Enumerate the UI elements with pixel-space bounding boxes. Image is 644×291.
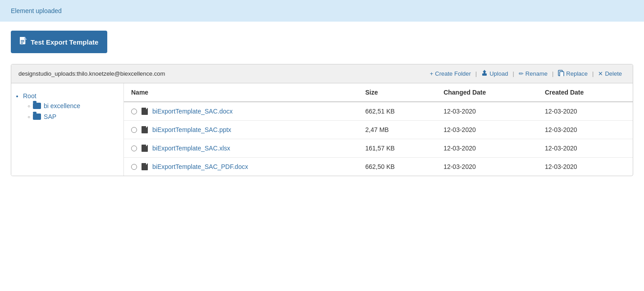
table-row: biExportTemplate_SAC.docx 662,51 KB 12-0… [124,102,633,121]
create-folder-icon: + [430,70,434,77]
file-name-cell-1: biExportTemplate_SAC.pptx [124,121,358,139]
file-size-0: 662,51 KB [358,102,437,121]
file-link-1[interactable]: biExportTemplate_SAC.pptx [152,126,231,133]
file-name-cell-3: biExportTemplate_SAC_PDF.docx [124,158,358,176]
svg-marker-1 [24,37,27,40]
separator-2: | [512,70,515,77]
files-panel: Name Size Changed Date Created Date biEx… [124,83,633,176]
col-header-changed: Changed Date [436,83,538,102]
upload-icon [481,70,488,77]
rename-icon: ✏ [519,70,524,77]
toolbar: designstudio_uploads:thilo.knoetzele@bie… [11,64,633,83]
svg-rect-5 [482,73,487,76]
file-doc-icon-1 [142,126,148,133]
tree-panel: Root bi excellence SAP [11,83,124,176]
file-manager: designstudio_uploads:thilo.knoetzele@bie… [11,64,633,176]
svg-rect-4 [21,43,23,44]
file-manager-body: Root bi excellence SAP [11,83,633,176]
replace-icon [558,70,564,77]
delete-action[interactable]: ✕ Delete [594,70,626,77]
delete-label: Delete [605,70,622,77]
tree-root-label[interactable]: Root [23,92,37,100]
notification-message: Element uploaded [11,7,62,14]
file-changed-3: 12-03-2020 [436,158,538,176]
files-table: Name Size Changed Date Created Date biEx… [124,83,633,176]
file-name-cell-0: biExportTemplate_SAC.docx [124,102,358,121]
file-link-2[interactable]: biExportTemplate_SAC.xlsx [152,145,230,152]
file-radio-3[interactable] [131,164,137,170]
svg-rect-3 [21,41,24,42]
file-created-2: 12-03-2020 [538,139,633,158]
file-link-0[interactable]: biExportTemplate_SAC.docx [152,108,233,115]
file-doc-icon-2 [142,145,148,152]
file-created-1: 12-03-2020 [538,121,633,139]
replace-action[interactable]: Replace [554,70,591,77]
tree-item-sap[interactable]: SAP [27,113,116,120]
table-row: biExportTemplate_SAC.pptx 2,47 MB 12-03-… [124,121,633,139]
col-header-size: Size [358,83,437,102]
file-link-3[interactable]: biExportTemplate_SAC_PDF.docx [152,163,248,170]
file-doc-icon-3 [142,163,148,170]
file-radio-2[interactable] [131,146,137,151]
tree-item-sap-label[interactable]: SAP [44,113,56,120]
file-changed-0: 12-03-2020 [436,102,538,121]
template-button[interactable]: Test Export Template [11,31,107,53]
create-folder-action[interactable]: + Create Folder [426,70,475,77]
file-radio-0[interactable] [131,109,137,114]
table-header-row: Name Size Changed Date Created Date [124,83,633,102]
folder-icon-sap [33,114,41,120]
upload-label: Upload [489,70,508,77]
tree-item-bi-excellence-label[interactable]: bi excellence [44,102,80,109]
main-content: Test Export Template designstudio_upload… [0,22,644,185]
file-changed-1: 12-03-2020 [436,121,538,139]
file-name-cell-2: biExportTemplate_SAC.xlsx [124,139,358,158]
svg-rect-2 [21,40,24,41]
file-radio-1[interactable] [131,127,137,133]
file-size-1: 2,47 MB [358,121,437,139]
tree-item-bi-excellence[interactable]: bi excellence [27,102,116,109]
svg-marker-6 [483,70,486,73]
toolbar-path: designstudio_uploads:thilo.knoetzele@bie… [18,70,165,77]
col-header-created: Created Date [538,83,633,102]
notification-bar: Element uploaded [0,0,644,22]
table-row: biExportTemplate_SAC.xlsx 161,57 KB 12-0… [124,139,633,158]
file-created-0: 12-03-2020 [538,102,633,121]
separator-3: | [551,70,554,77]
separator-4: | [591,70,594,77]
template-button-icon [20,37,27,47]
table-row: biExportTemplate_SAC_PDF.docx 662,50 KB … [124,158,633,176]
file-size-3: 662,50 KB [358,158,437,176]
rename-action[interactable]: ✏ Rename [515,70,551,77]
replace-label: Replace [566,70,588,77]
file-changed-2: 12-03-2020 [436,139,538,158]
file-created-3: 12-03-2020 [538,158,633,176]
rename-label: Rename [525,70,548,77]
col-header-name: Name [124,83,358,102]
toolbar-actions: + Create Folder | Upload | ✏ Rename | [426,70,626,77]
svg-rect-8 [560,72,564,76]
template-button-label: Test Export Template [31,38,98,46]
create-folder-label: Create Folder [435,70,470,77]
delete-icon: ✕ [598,70,603,77]
file-size-2: 161,57 KB [358,139,437,158]
separator-1: | [475,70,478,77]
upload-action[interactable]: Upload [478,70,512,77]
file-doc-icon-0 [142,108,148,115]
folder-icon-bi-excellence [33,103,41,109]
